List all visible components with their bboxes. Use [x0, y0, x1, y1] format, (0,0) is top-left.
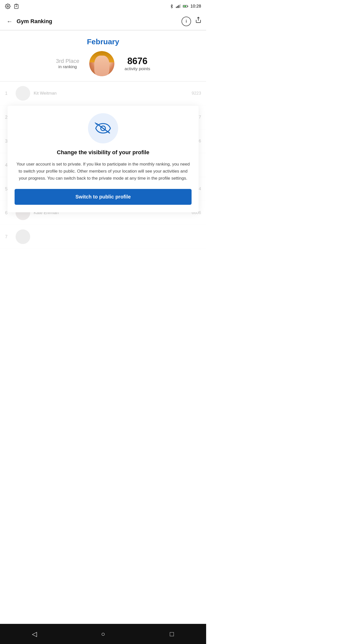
info-icon: i [186, 19, 187, 24]
points-value: 8676 [124, 56, 150, 66]
rank-label: in ranking [56, 64, 79, 69]
svg-rect-3 [177, 6, 178, 8]
visibility-modal: Change the visibility of your profile Yo… [8, 106, 199, 212]
points-label: activity points [124, 66, 150, 71]
svg-rect-4 [178, 5, 179, 8]
status-bar: 10:28 [0, 0, 206, 13]
info-button[interactable]: i [182, 17, 191, 26]
avatar [16, 229, 30, 244]
member-score: 9223 [192, 91, 201, 96]
hidden-eye-icon [94, 122, 112, 135]
nav-bar: ← Gym Ranking i [0, 13, 206, 30]
member-name: Kit Weitman [34, 91, 192, 96]
share-button[interactable] [195, 17, 202, 26]
avatar [16, 86, 30, 101]
rank-place: 3rd Place [56, 58, 79, 64]
modal-title: Change the visibility of your profile [15, 149, 192, 156]
svg-rect-8 [184, 6, 187, 7]
status-right-icons: 10:28 [170, 4, 201, 9]
svg-rect-1 [16, 4, 17, 5]
points-info: 8676 activity points [124, 56, 150, 71]
svg-rect-7 [188, 6, 188, 7]
nav-action-icons: i [182, 17, 202, 26]
rank-number: 1 [5, 91, 12, 96]
table-row: 1 Kit Weitman 9223 [0, 82, 206, 105]
page-title: Gym Ranking [17, 18, 182, 25]
svg-point-0 [7, 6, 9, 7]
table-row: 7 [0, 225, 206, 249]
rank-number: 7 [5, 234, 12, 239]
svg-rect-5 [180, 4, 180, 8]
month-header: February [0, 30, 206, 49]
gear-icon [5, 4, 11, 9]
status-left-icons [5, 4, 19, 9]
bluetooth-icon [170, 4, 174, 9]
svg-rect-2 [176, 7, 177, 8]
visibility-icon-circle [88, 113, 118, 143]
signal-icon [176, 4, 181, 9]
profile-section: 3rd Place in ranking 8676 activity point… [0, 49, 206, 81]
modal-body: Your user account is set to private. If … [15, 161, 192, 182]
user-avatar [89, 51, 114, 76]
time-display: 10:28 [190, 4, 201, 9]
back-button[interactable]: ← [5, 16, 15, 27]
share-icon [195, 17, 202, 23]
battery-icon [183, 4, 188, 8]
switch-to-public-button[interactable]: Switch to public profile [15, 189, 192, 205]
rank-info: 3rd Place in ranking [56, 58, 79, 69]
clipboard-icon [14, 4, 19, 9]
